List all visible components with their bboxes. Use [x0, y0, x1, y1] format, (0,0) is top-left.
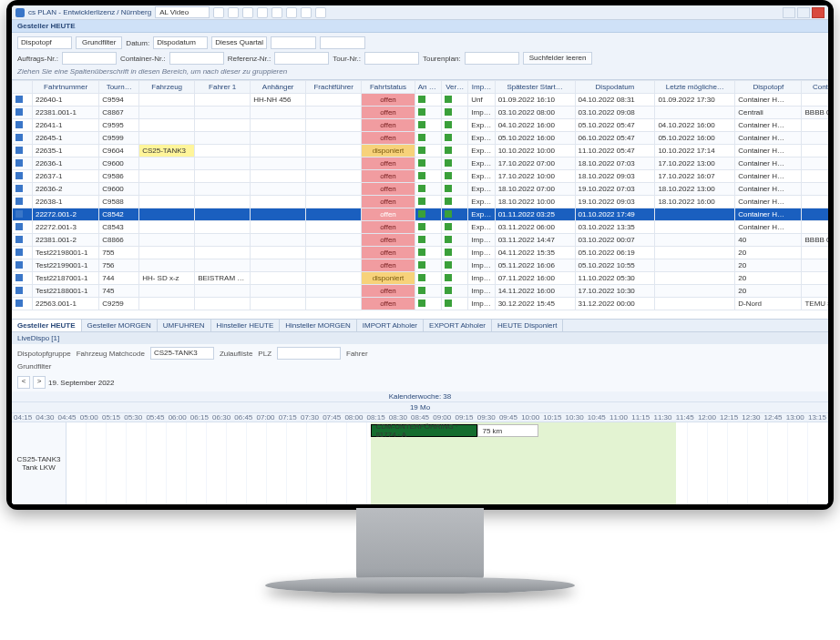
- table-row[interactable]: 22635-1C9604CS25-TANK3disponiertExp…10.1…: [13, 145, 829, 157]
- table-row[interactable]: 22563.001-1C9259offenImp…30.12.2022 15:4…: [13, 298, 829, 310]
- column-header[interactable]: Fahrtstatus: [362, 81, 415, 94]
- column-header[interactable]: Fahrer 1: [195, 81, 251, 94]
- tournr-input[interactable]: [364, 52, 419, 65]
- column-header[interactable]: Imp…: [468, 81, 495, 94]
- timeline-track[interactable]: CDM-UNTERFÖHRING · 81774 · A 75 km: [67, 422, 828, 504]
- table-row[interactable]: 22381.001-2C8866offenImp…03.11.2022 14:4…: [13, 234, 829, 247]
- close-button[interactable]: [812, 7, 825, 18]
- date-range-select[interactable]: Dieses Quartal: [211, 36, 267, 49]
- table-cell: [442, 208, 468, 221]
- time-tick: 11:30: [651, 412, 673, 422]
- table-row[interactable]: Test22199001-1756offenImp…05.11.2022 16:…: [13, 259, 829, 272]
- column-header[interactable]: Dispodatum: [575, 81, 655, 94]
- column-header[interactable]: Fahrtnummer: [32, 81, 98, 94]
- table-row[interactable]: 22381.001-1C8867offenImp…03.10.2022 08:0…: [13, 107, 829, 119]
- toolbar-icon[interactable]: [213, 7, 224, 18]
- date-from-input[interactable]: [271, 36, 316, 49]
- table-cell: 22637-1: [32, 170, 98, 183]
- tourenplan-input[interactable]: [465, 52, 519, 65]
- table-cell: 22272.001-2: [32, 208, 98, 221]
- table-cell: [251, 272, 306, 285]
- table-cell: [195, 170, 251, 183]
- column-header[interactable]: An T…: [415, 81, 441, 94]
- date-next-button[interactable]: >: [33, 376, 46, 389]
- table-cell: [442, 94, 468, 107]
- table-row[interactable]: 22272.001-2C8542offenExp…01.11.2022 03:2…: [13, 208, 829, 221]
- dispotopf-select[interactable]: Dispotopf: [17, 36, 72, 49]
- table-cell: 22635-1: [32, 145, 98, 157]
- column-header[interactable]: Frachtführer: [306, 81, 362, 94]
- containernr-input[interactable]: [169, 52, 224, 65]
- table-row[interactable]: 22636-2C9600offenExp…18.10.2022 07:0019.…: [13, 183, 829, 196]
- table-cell: 01.10.2022 17:49: [575, 208, 655, 221]
- toolbar-icon[interactable]: [301, 7, 312, 18]
- toolbar-icon[interactable]: [315, 7, 326, 18]
- table-cell: Exp…: [468, 132, 495, 145]
- column-header[interactable]: Fahrzeug: [139, 81, 195, 94]
- table-cell: [442, 145, 468, 157]
- toolbar-icon[interactable]: [271, 7, 282, 18]
- date-to-input[interactable]: [320, 36, 365, 49]
- table-row[interactable]: 22636-1C9600offenExp…17.10.2022 07:0018.…: [13, 157, 829, 170]
- table-row[interactable]: Test22188001-1745offenImp…14.11.2022 16:…: [13, 285, 829, 298]
- view-tab[interactable]: Gesteller HEUTE: [12, 320, 82, 331]
- table-cell: Exp…: [468, 145, 495, 157]
- table-row[interactable]: Test22187001-1744HH- SD x-zBEISTRAM W…di…: [13, 272, 829, 285]
- view-tab[interactable]: Gesteller MORGEN: [82, 320, 158, 331]
- view-tab[interactable]: UMFUHREN: [158, 320, 211, 331]
- minimize-button[interactable]: [783, 7, 795, 18]
- maximize-button[interactable]: [797, 7, 810, 18]
- data-grid[interactable]: FahrtnummerTourn…FahrzeugFahrer 1Anhänge…: [12, 80, 828, 319]
- view-tab[interactable]: Hinsteller MORGEN: [280, 320, 357, 331]
- time-tick: 12:45: [762, 412, 784, 422]
- toolbar-icon[interactable]: [257, 7, 268, 18]
- table-row[interactable]: 22272.001-3C8543offenExp…03.11.2022 06:0…: [13, 221, 829, 234]
- table-cell: Centrali: [735, 107, 802, 119]
- column-header[interactable]: Spätester Start…: [495, 81, 575, 94]
- table-cell: C8543: [99, 221, 139, 234]
- table-row[interactable]: 22645-1C9599offenExp…05.10.2022 16:0006.…: [13, 132, 829, 145]
- table-cell: [415, 234, 441, 247]
- view-tab[interactable]: IMPORT Abholer: [357, 320, 424, 331]
- table-row[interactable]: 22641-1C9595offenExp…04.10.2022 16:0005.…: [13, 119, 829, 132]
- column-header[interactable]: Letzte mögliche…: [655, 81, 735, 94]
- time-tick: 12:15: [718, 412, 740, 422]
- date-prev-button[interactable]: <: [17, 376, 30, 389]
- table-cell: [13, 298, 33, 310]
- view-tab[interactable]: EXPORT Abholer: [424, 320, 492, 331]
- table-cell: [195, 145, 251, 157]
- toolbar-icon[interactable]: [242, 7, 253, 18]
- trip-bar[interactable]: CDM-UNTERFÖHRING · 81774 · A: [371, 424, 477, 437]
- grundfilter-button[interactable]: Grundfilter: [76, 36, 122, 49]
- clear-search-button[interactable]: Suchfelder leeren: [523, 52, 593, 65]
- toolbar-icon[interactable]: [228, 7, 239, 18]
- column-header[interactable]: Ver…: [442, 81, 468, 94]
- table-cell: 756: [99, 259, 139, 272]
- column-header[interactable]: Tourn…: [99, 81, 139, 94]
- table-row[interactable]: 22637-1C9586offenExp…17.10.2022 10:0018.…: [13, 170, 829, 183]
- table-cell: 31.12.2022 00:00: [575, 298, 655, 310]
- auftragsnr-input[interactable]: [62, 52, 117, 65]
- datum-mode-select[interactable]: Dispodatum: [153, 36, 208, 49]
- titlebar-selector[interactable]: AL Video: [155, 6, 210, 18]
- column-header[interactable]: Dispotopf: [735, 81, 802, 94]
- table-cell: [139, 298, 195, 310]
- column-header[interactable]: Containernummer: [802, 81, 828, 94]
- view-tab[interactable]: HEUTE Disponiert: [492, 320, 563, 331]
- table-cell: offen: [362, 119, 415, 132]
- table-row[interactable]: Test22198001-1755offenImp…04.11.2022 15:…: [13, 247, 829, 259]
- view-tab[interactable]: Hinsteller HEUTE: [211, 320, 281, 331]
- table-row[interactable]: 22640-1C9594HH-NH 456offenUnf01.09.2022 …: [13, 94, 829, 107]
- table-cell: [415, 170, 441, 183]
- time-tick: 11:15: [630, 412, 651, 422]
- table-cell: Container H…: [735, 208, 802, 221]
- plz-input[interactable]: [277, 347, 341, 360]
- column-header[interactable]: Anhänger: [251, 81, 306, 94]
- referenznr-input[interactable]: [274, 52, 329, 65]
- table-cell: 01.09.2022 17:30: [655, 94, 735, 107]
- toolbar-icon[interactable]: [286, 7, 297, 18]
- fahrzeug-matchcode-input[interactable]: CS25-TANK3: [150, 347, 214, 360]
- distance-bar[interactable]: 75 km: [477, 424, 538, 437]
- table-row[interactable]: 22638-1C9588offenExp…18.10.2022 10:0019.…: [13, 196, 829, 208]
- datum-label: Datum:: [126, 39, 149, 47]
